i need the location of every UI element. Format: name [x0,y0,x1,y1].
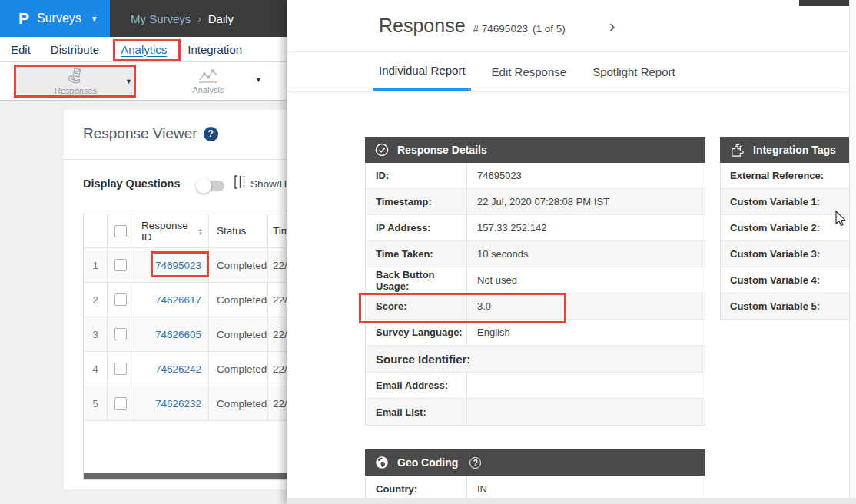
detail-label: Timestamp: [366,189,467,214]
detail-row: Timestamp: 22 Jul, 2020 07:28:08 PM IST [366,189,705,215]
menu-item-edit[interactable]: Edit [11,43,31,56]
window-edge-strip [799,0,849,6]
response-id-header-label: Response ID [141,220,194,243]
analysis-chart-icon [197,68,220,85]
tab-spotlight-report[interactable]: Spotlight Report [587,52,681,91]
row-number: 2 [84,283,108,317]
questionpro-logo-icon: P [18,9,29,28]
integration-tags-section: Integration Tags External Reference: Cus… [720,137,850,320]
show-hide-columns-label[interactable]: Show/H [250,178,287,190]
menu-item-integration[interactable]: Integration [187,43,242,56]
detail-label: Survey Language: [366,320,467,345]
status-cell: Completed [209,352,268,386]
select-all-checkbox[interactable] [114,225,127,237]
select-all-cell [108,214,134,247]
response-details-header: Response Details [365,137,705,163]
next-response-chevron-icon[interactable]: › [609,17,615,37]
response-detail-panel: Response # 74695023 (1 of 5) › Individua… [287,0,856,504]
chevron-down-icon[interactable]: ▼ [91,15,98,23]
row-checkbox[interactable] [114,328,127,340]
response-id-cell: 74626232 [134,386,209,420]
status-header: Status [209,214,268,247]
geo-coding-title: Geo Coding [397,456,458,469]
row-checkbox[interactable] [114,293,127,306]
show-hide-columns-icon[interactable] [234,175,246,192]
detail-label: Score: [366,293,467,319]
check-circle-icon [375,143,389,157]
detail-row: Time Taken: 10 seconds [366,241,705,267]
detail-value [467,399,705,425]
menu-item-distribute[interactable]: Distribute [51,43,99,56]
page-title: Response Viewer [83,125,197,142]
panel-tabs: Individual Report Edit Response Spotligh… [287,52,849,91]
integration-row: Custom Variable 2: [721,215,849,241]
geo-help-icon[interactable]: ? [469,457,481,469]
survey-menu-bar: Edit Distribute Analytics Integration [0,37,294,62]
panel-header: Response # 74695023 (1 of 5) › [287,0,849,52]
detail-value: 10 seconds [467,241,705,267]
app-root: P Surveys ▼ My Surveys › Daily Edit Dist… [0,0,856,504]
checkbox-cell [108,386,134,420]
sort-icon[interactable]: ▴▾ [198,227,201,235]
help-icon[interactable]: ? [204,127,218,141]
response-id-cell: 74626242 [134,352,209,386]
response-id-link[interactable]: 74695023 [155,260,201,271]
detail-label: Email Address: [366,373,467,398]
detail-row: ID: 74695023 [366,163,705,189]
row-checkbox[interactable] [114,397,127,410]
response-id-link[interactable]: 74626605 [155,329,201,340]
row-checkbox[interactable] [114,259,127,271]
breadcrumb-my-surveys[interactable]: My Surveys [131,12,191,25]
mouse-cursor-icon [835,211,848,227]
analysis-dropdown-caret-icon[interactable]: ▼ [255,76,290,84]
surveys-menu-button[interactable]: Surveys [37,12,81,25]
display-questions-label: Display Questions [83,177,181,190]
response-id-cell: 74626605 [134,317,209,351]
checkbox-cell [108,317,134,351]
tab-edit-response[interactable]: Edit Response [486,52,572,91]
analytics-toolbar: Responses ▼ Analysis ▼ [0,62,294,101]
detail-value: 22 Jul, 2020 07:28:08 PM IST [467,189,705,214]
analysis-button[interactable]: Analysis [171,65,246,98]
row-number: 3 [84,317,108,351]
row-number-header [84,214,108,247]
detail-label: ID: [366,163,467,188]
status-cell: Completed [209,386,268,420]
response-number: # 74695023 [473,23,528,35]
detail-value: Not used [467,267,705,293]
response-details-body: ID: 74695023 Timestamp: 22 Jul, 2020 07:… [365,163,705,426]
integration-row: Custom Variable 4: [721,267,849,293]
integration-row: Custom Variable 1: [721,189,849,215]
checkbox-cell [108,352,134,386]
response-id-link[interactable]: 74626617 [155,294,201,306]
breadcrumb-current-survey: Daily [208,12,234,25]
integration-row: Custom Variable 3: [721,241,849,267]
detail-value: 3.0 [467,293,705,319]
toggle-knob [196,178,211,194]
response-id-link[interactable]: 74626242 [155,363,201,375]
row-number: 5 [84,386,108,420]
integration-tags-header: Integration Tags [720,137,850,163]
display-questions-toggle[interactable] [197,181,224,191]
geo-coding-header: Geo Coding ? [365,449,705,476]
responses-button[interactable]: Responses ▼ [15,65,136,98]
detail-row-score: Score: 3.0 [366,293,705,320]
detail-row: Survey Language: English [366,320,705,346]
row-number: 1 [84,248,108,282]
integration-row: Custom Variable 5: [721,293,849,320]
response-id-header[interactable]: Response ID ▴▾ [134,214,209,247]
checkbox-cell [108,248,134,282]
menu-item-analytics[interactable]: Analytics [121,43,167,56]
vertical-scrollbar[interactable] [849,0,856,504]
row-checkbox[interactable] [114,363,127,375]
status-cell: Completed [209,317,268,351]
tab-individual-report[interactable]: Individual Report [373,52,471,91]
responses-dropdown-caret-icon[interactable]: ▼ [125,78,132,85]
puzzle-icon [730,143,745,158]
detail-label: Source Identifier: [366,346,705,372]
detail-row: Email List: [366,399,705,425]
response-id-link[interactable]: 74626232 [155,398,201,410]
breadcrumb-separator: › [197,13,201,25]
detail-label: Back Button Usage: [366,267,467,293]
checkbox-cell [108,283,134,317]
